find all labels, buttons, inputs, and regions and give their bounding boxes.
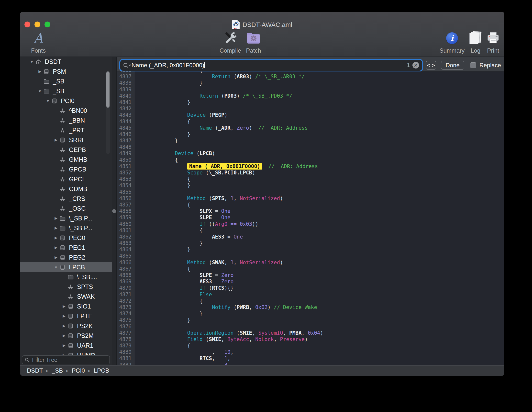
find-query: Name (_ADR, 0x001F0000) [132,62,407,69]
code-text: Method (SPTS, 1, NotSerialized) [134,195,283,202]
find-input[interactable]: Name (_ADR, 0x001F0000) 1 ✕ [120,60,422,71]
code-text [134,144,150,150]
tree-item-label: _PRT [69,127,84,134]
tree-item-pci0[interactable]: ▼PCI0 [20,96,112,106]
device-icon [67,313,74,319]
clear-search-icon[interactable]: ✕ [412,62,419,69]
tree-item-ps2k[interactable]: ▶PS2K [20,321,112,331]
tree-item-label: PS2K [77,322,93,330]
tree-item-spts[interactable]: SPTS [20,282,112,292]
disclosure-triangle[interactable]: ▶ [53,226,59,230]
disclosure-triangle[interactable]: ▶ [37,69,43,74]
tree-item-sb[interactable]: _SB [20,76,112,86]
tree-item-swak[interactable]: SWAK [20,292,112,301]
sidebar: ▼DSDT▶PSM_SB▼_SB▼PCI0^BN00_BBN_PRT▶SRREG… [20,57,112,365]
code-text: } [134,137,178,144]
tree-item-uar1[interactable]: ▶UAR1 [20,341,112,350]
dsdt-tree[interactable]: ▼DSDT▶PSM_SB▼_SB▼PCI0^BN00_BBN_PRT▶SRREG… [20,57,112,355]
pane-divider-handle[interactable] [112,209,116,213]
disclosure-triangle[interactable]: ▶ [53,236,59,240]
code-line: 4854 } [117,182,504,189]
line-number: 4847 [117,137,134,144]
tree-item-lpte[interactable]: ▶LPTE [20,311,112,321]
tree-item-label: PEG2 [69,254,85,261]
disclosure-triangle[interactable]: ▶ [61,343,67,348]
search-menu-icon[interactable] [123,62,132,68]
code-line: 4840 Return (PD03) /* \_SB_.PD03 */ [117,93,504,99]
code-line: 4852 Scope (\_SB.PCI0.LPCB) [117,170,504,176]
toolbar-fonts-button[interactable]: A Fonts [25,31,52,54]
disclosure-triangle[interactable]: ▶ [61,304,67,309]
tree-item-sb[interactable]: ▼_SB [20,86,112,96]
line-number: 4878 [117,336,134,343]
disclosure-triangle[interactable]: ▶ [61,333,67,338]
tree-item-psm[interactable]: ▶PSM [20,67,112,76]
tree-item-gmhb[interactable]: GMHB [20,155,112,164]
code-line: 4856 Method (SPTS, 1, NotSerialized) [117,195,504,202]
line-number: 4838 [117,80,134,86]
tree-item-dsdt[interactable]: ▼DSDT [20,57,112,67]
tree-item-gpcb[interactable]: GPCB [20,164,112,174]
code-text: { [134,343,190,349]
tree-item-ps2m[interactable]: ▶PS2M [20,331,112,341]
disclosure-triangle[interactable]: ▶ [61,314,67,318]
tree-item-lpcb[interactable]: ▼LPCB [20,262,112,272]
breadcrumb-item-sb[interactable]: _SB [52,367,63,374]
tree-item-sb[interactable]: \_SB.... [20,272,112,282]
toolbar-compile-button[interactable]: Compile [216,31,245,54]
find-previous-button[interactable]: < [426,61,431,69]
toolbar-print-button[interactable]: Print [482,31,504,54]
tree-item-humd[interactable]: ▶HUMD [20,350,112,355]
find-next-button[interactable]: > [431,61,436,69]
breadcrumb-item-pci0[interactable]: PCI0 [72,367,85,374]
line-number: 4873 [117,304,134,310]
tree-item-crs[interactable]: _CRS [20,194,112,204]
toolbar-patch-button[interactable]: Patch [241,31,266,54]
tree-item-sbp[interactable]: ▶\_SB.P... [20,213,112,223]
code-text: { [134,202,190,208]
disclosure-triangle[interactable]: ▼ [53,265,59,269]
tree-item-osc[interactable]: _OSC [20,204,112,213]
code-text: Return (PD03) /* \_SB_.PD03 */ [134,93,292,99]
disclosure-triangle[interactable]: ▶ [53,138,59,142]
disclosure-triangle[interactable]: ▶ [53,216,59,220]
line-number: 4875 [117,317,134,323]
line-number: 4879 [117,343,134,349]
done-button[interactable]: Done [441,61,464,70]
disclosure-triangle[interactable]: ▶ [61,324,67,328]
disclosure-triangle[interactable]: ▶ [61,353,67,355]
tree-item-srre[interactable]: ▶SRRE [20,135,112,145]
code-text: Device (PEGP) [134,112,227,118]
tree-item-bn00[interactable]: ^BN00 [20,106,112,115]
tree-item-peg1[interactable]: ▶PEG1 [20,243,112,252]
code-text: AES3 = One [134,234,243,240]
code-line: 4859 SLPE = One [117,214,504,221]
line-number: 4868 [117,272,134,278]
tree-item-label: \_SB.P... [69,225,92,232]
tree-item-prt[interactable]: _PRT [20,125,112,135]
fonts-icon: A [34,31,43,45]
code-text: } [134,317,190,323]
tree-item-peg2[interactable]: ▶PEG2 [20,252,112,262]
tree-item-peg0[interactable]: ▶PEG0 [20,233,112,243]
sidebar-scrollbar-thumb[interactable] [106,71,110,108]
breadcrumb-separator: ▸ [88,368,90,373]
code-editor[interactable]: 4836 {4837 Return (AR03) /* \_SB_.AR03 *… [117,71,504,365]
tree-item-sbp[interactable]: ▶\_SB.P... [20,223,112,233]
filter-tree-input[interactable]: Filter Tree [22,355,110,364]
tree-item-gdmb[interactable]: GDMB [20,184,112,194]
disclosure-triangle[interactable]: ▶ [53,245,59,250]
disclosure-triangle[interactable]: ▼ [29,60,35,64]
tree-item-gepb[interactable]: GEPB [20,145,112,155]
disclosure-triangle[interactable]: ▼ [37,89,43,93]
tree-item-sio1[interactable]: ▶SIO1 [20,301,112,311]
replace-checkbox[interactable] [470,62,476,68]
code-line: 4860 If ((Arg0 == 0x03)) [117,221,504,227]
toolbar-summary-button[interactable]: i Summary [437,31,467,54]
disclosure-triangle[interactable]: ▶ [53,255,59,260]
tree-item-gpcl[interactable]: GPCL [20,174,112,184]
breadcrumb-item-lpcb[interactable]: LPCB [94,367,109,374]
tree-item-bbn[interactable]: _BBN [20,115,112,125]
breadcrumb-item-dsdt[interactable]: DSDT [27,367,43,374]
disclosure-triangle[interactable]: ▼ [45,99,51,103]
